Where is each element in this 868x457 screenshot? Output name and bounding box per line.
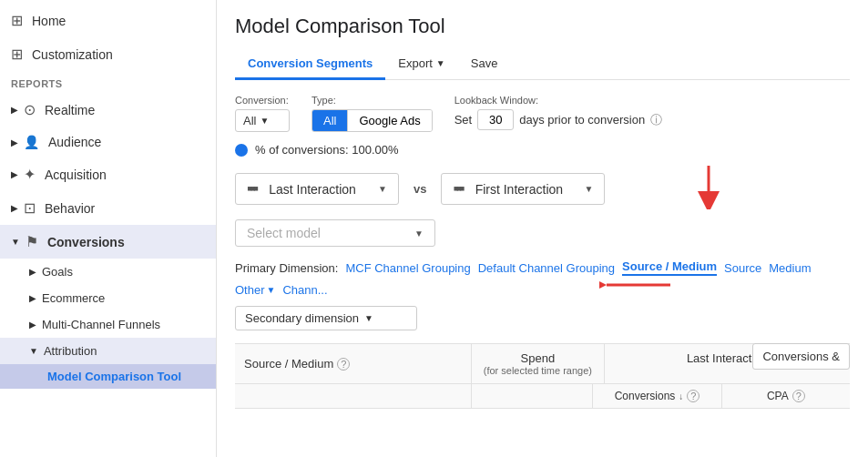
sidebar-item-attribution[interactable]: ▼ Attribution [0, 338, 216, 364]
audience-expand-icon: ▶ [11, 137, 18, 147]
lookback-days-input[interactable] [477, 109, 514, 130]
th-source-medium-help[interactable]: ? [337, 358, 350, 371]
vs-label: vs [414, 182, 426, 196]
tab-conversion-segments[interactable]: Conversion Segments [235, 49, 385, 80]
dim-channel[interactable]: Chann... [282, 283, 327, 297]
sidebar-realtime-label: Realtime [45, 103, 95, 117]
reports-section-label: REPORTS [0, 71, 216, 93]
tsh-conversions-label: Conversions [615, 390, 676, 402]
conversions-expand-icon: ▼ [11, 237, 20, 247]
tsh-cpa: CPA ? [722, 384, 850, 408]
conversion-label: Conversion: [235, 95, 290, 106]
behavior-icon: ⊡ [24, 199, 36, 217]
export-dropdown-icon: ▼ [436, 58, 445, 68]
sidebar-item-customization[interactable]: ⊞ Customization [0, 37, 216, 71]
blue-dot-icon [235, 144, 248, 157]
model-right-selector[interactable]: ▪▪▪ First Interaction ▼ [441, 173, 605, 205]
th-spend-label: Spend [481, 351, 595, 365]
select-model-arrow: ▼ [414, 228, 424, 239]
multi-channel-expand-icon: ▶ [29, 320, 36, 330]
sidebar-attribution-label: Attribution [44, 344, 97, 358]
sidebar-item-multi-channel[interactable]: ▶ Multi-Channel Funnels [0, 311, 216, 338]
lookback-help-icon[interactable]: ⓘ [650, 112, 662, 128]
red-arrow-down-annotation [681, 164, 736, 209]
conversions-icon: ⚑ [26, 233, 38, 250]
tsh-spend-blank [472, 384, 593, 408]
secondary-dim-label: Secondary dimension [245, 311, 359, 325]
sidebar-item-audience[interactable]: ▶ 👤 Audience [0, 127, 216, 157]
audience-icon: 👤 [24, 135, 39, 149]
conversions-help-icon[interactable]: ? [687, 390, 700, 402]
model-right-icon: ▪▪▪ [453, 179, 462, 198]
realtime-expand-icon: ▶ [11, 105, 18, 115]
sidebar-item-realtime[interactable]: ▶ ⊙ Realtime [0, 93, 216, 127]
realtime-icon: ⊙ [24, 101, 36, 118]
th-source-medium: Source / Medium ? [235, 344, 472, 383]
select-model-placeholder: Select model [247, 226, 321, 240]
tsh-cpa-label: CPA [767, 390, 789, 402]
tab-export[interactable]: Export ▼ [385, 49, 457, 80]
model-comparison-section: ▪▪▪ Last Interaction ▼ vs ▪▪▪ First Inte… [235, 173, 850, 247]
th-source-medium-label: Source / Medium [244, 357, 333, 371]
model-left-icon: ▪▪▪ [247, 179, 256, 198]
type-filter-group: Type: All Google Ads [311, 95, 433, 132]
model-right-dropdown-icon: ▼ [585, 184, 594, 194]
goals-expand-icon: ▶ [29, 267, 36, 277]
conversion-value: All [243, 114, 256, 127]
th-spend-sublabel: (for selected time range) [481, 365, 595, 376]
sidebar-home-label: Home [32, 14, 66, 28]
sidebar-multi-channel-label: Multi-Channel Funnels [42, 318, 160, 331]
conversion-dropdown[interactable]: All ▼ [235, 109, 290, 132]
conversion-percent-text: % of conversions: 100.00% [255, 143, 399, 157]
sidebar-item-home[interactable]: ⊞ Home [0, 4, 216, 37]
page-title: Model Comparison Tool [235, 15, 850, 38]
sidebar-ecommerce-label: Ecommerce [42, 291, 105, 305]
sidebar-audience-label: Audience [48, 135, 101, 149]
model-left-selector[interactable]: ▪▪▪ Last Interaction ▼ [235, 173, 399, 205]
sidebar-goals-label: Goals [42, 265, 73, 279]
dim-default-channel[interactable]: Default Channel Grouping [478, 261, 615, 275]
dim-other[interactable]: Other ▼ [235, 283, 275, 297]
conversions-panel[interactable]: Conversions & [752, 343, 850, 370]
table-container: Conversions & Source / Medium ? Spend (f… [235, 343, 850, 409]
secondary-dim-arrow: ▼ [364, 313, 373, 323]
sidebar-item-conversions[interactable]: ▼ ⚑ Conversions [0, 225, 216, 259]
dim-source[interactable]: Source [724, 261, 761, 275]
type-btn-google-ads[interactable]: Google Ads [348, 110, 431, 131]
sidebar-item-acquisition[interactable]: ▶ ✦ Acquisition [0, 157, 216, 191]
conversion-dropdown-arrow: ▼ [260, 116, 269, 126]
table-sub-header: Conversions ↓ ? CPA ? [235, 384, 850, 409]
behavior-expand-icon: ▶ [11, 203, 18, 213]
model-left-dropdown-icon: ▼ [378, 184, 387, 194]
other-dropdown-icon: ▼ [267, 285, 276, 295]
dim-medium[interactable]: Medium [769, 261, 811, 275]
sidebar-item-goals[interactable]: ▶ Goals [0, 259, 216, 285]
select-model-row: Select model ▼ [235, 219, 850, 247]
primary-dimension-row: Primary Dimension: MCF Channel Grouping … [235, 259, 850, 297]
other-label: Other [235, 283, 265, 297]
export-label: Export [398, 56, 433, 70]
lookback-group: Lookback Window: Set days prior to conve… [454, 95, 663, 130]
conversions-sort-icon[interactable]: ↓ [679, 391, 683, 401]
red-arrow-left-annotation [599, 267, 672, 303]
model-row: ▪▪▪ Last Interaction ▼ vs ▪▪▪ First Inte… [235, 173, 850, 205]
type-btn-all[interactable]: All [312, 110, 348, 131]
sidebar-item-model-comparison[interactable]: Model Comparison Tool [0, 364, 216, 389]
sidebar-customization-label: Customization [32, 47, 113, 62]
secondary-dimension-dropdown[interactable]: Secondary dimension ▼ [235, 306, 417, 330]
select-model-dropdown[interactable]: Select model ▼ [235, 219, 435, 247]
lookback-suffix: days prior to conversion [519, 113, 645, 127]
filter-row: Conversion: All ▼ Type: All Google Ads L… [235, 95, 850, 132]
sidebar-behavior-label: Behavior [45, 201, 95, 216]
tab-save[interactable]: Save [458, 49, 511, 80]
dim-mcf-channel[interactable]: MCF Channel Grouping [345, 261, 470, 275]
lookback-prefix: Set [454, 113, 473, 127]
type-label: Type: [311, 95, 433, 106]
cpa-help-icon[interactable]: ? [792, 390, 805, 402]
acquisition-icon: ✦ [24, 166, 36, 183]
tsh-conversions: Conversions ↓ ? [593, 384, 721, 408]
sidebar-item-ecommerce[interactable]: ▶ Ecommerce [0, 285, 216, 311]
model-right-name: First Interaction [475, 182, 563, 197]
sidebar-item-behavior[interactable]: ▶ ⊡ Behavior [0, 191, 216, 225]
tsh-blank [235, 384, 472, 408]
